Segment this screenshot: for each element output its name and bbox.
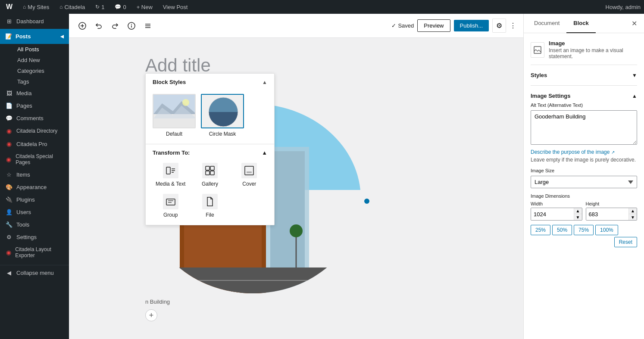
reset-dimensions-button[interactable]: Reset <box>614 237 637 247</box>
styles-section-header[interactable]: Styles ▼ <box>531 68 637 82</box>
my-sites-link[interactable]: ⌂ My Sites <box>20 0 52 14</box>
view-post-link[interactable]: View Post <box>160 0 191 14</box>
block-styles-chevron: ▲ <box>262 79 267 85</box>
wp-logo[interactable]: W <box>3 0 15 14</box>
comment-icon: 💬 <box>115 4 121 10</box>
list-view-button[interactable] <box>141 19 154 32</box>
image-caption[interactable]: n Building <box>145 299 447 305</box>
svg-rect-33 <box>206 171 209 175</box>
redo-button[interactable] <box>109 19 122 32</box>
block-icon-image <box>531 42 544 58</box>
percent-100-button[interactable]: 100% <box>595 225 618 235</box>
sidebar-item-plugins[interactable]: 🔌 Plugins <box>0 193 69 206</box>
tools-icon: 🔧 <box>5 221 13 228</box>
sidebar-item-pages[interactable]: 📄 Pages <box>0 100 69 112</box>
users-icon: 👤 <box>5 209 13 215</box>
post-title[interactable]: Add title <box>128 55 464 76</box>
info-button[interactable] <box>125 19 138 32</box>
editor-area: ✓ Saved Preview Publish... ⚙ ⋮ Add title <box>69 14 523 339</box>
settings-toggle-button[interactable]: ⚙ <box>492 19 506 33</box>
editor-toolbar: ✓ Saved Preview Publish... ⚙ ⋮ <box>69 14 523 38</box>
cover-icon <box>241 163 257 178</box>
percent-50-button[interactable]: 50% <box>552 225 572 235</box>
sidebar-item-citadela-layout[interactable]: ◉ Citadela Layout Exporter <box>0 243 69 261</box>
citadela-link[interactable]: ⌂ Citadela <box>57 0 88 14</box>
transform-gallery[interactable]: Gallery <box>192 161 228 189</box>
sidebar-item-add-new[interactable]: Add New <box>12 55 69 65</box>
panel-block-info: Image Insert an image to make a visual s… <box>549 40 637 59</box>
updates-link[interactable]: ↻ 1 <box>93 0 107 14</box>
sidebar-item-media[interactable]: 🖼 Media <box>0 87 69 100</box>
sidebar-item-citadela-directory[interactable]: ◉ Citadela Directory <box>0 124 69 137</box>
transform-grid: Media & Text Gallery <box>153 161 267 220</box>
sidebar-collapse-menu[interactable]: ◀ Collapse menu <box>0 265 69 279</box>
sidebar-item-appearance[interactable]: 🎨 Appearance <box>0 181 69 193</box>
width-spinners: ▲ ▼ <box>574 208 582 220</box>
comments-icon: 💬 <box>5 115 13 121</box>
file-icon <box>202 194 218 209</box>
posts-icon: 📝 <box>5 33 12 40</box>
alt-text-note: Leave empty if the image is purely decor… <box>531 157 637 163</box>
transform-to-header[interactable]: Transform To: ▲ <box>153 149 267 156</box>
image-settings-header[interactable]: Image Settings ▲ <box>531 89 637 103</box>
tab-document[interactable]: Document <box>527 14 566 33</box>
preview-button[interactable]: Preview <box>417 19 450 32</box>
transform-media-text[interactable]: Media & Text <box>153 161 188 189</box>
add-block-below-button[interactable]: + <box>145 309 157 321</box>
transform-group[interactable]: Group <box>153 192 188 220</box>
add-block-button[interactable] <box>76 19 89 32</box>
publish-button[interactable]: Publish... <box>454 20 489 31</box>
width-down-button[interactable]: ▼ <box>574 214 582 220</box>
sidebar-item-tags[interactable]: Tags <box>12 76 69 87</box>
block-styles-header[interactable]: Block Styles ▲ <box>146 74 274 90</box>
sidebar-item-categories[interactable]: Categories <box>12 65 69 76</box>
sidebar-item-settings[interactable]: ⚙ Settings <box>0 231 69 243</box>
wp-logo-icon: W <box>6 3 13 11</box>
width-input[interactable] <box>531 208 574 220</box>
alt-text-purpose-link[interactable]: Describe the purpose of the image ↗ <box>531 149 637 155</box>
sidebar-item-users[interactable]: 👤 Users <box>0 206 69 218</box>
height-down-button[interactable]: ▼ <box>629 214 637 220</box>
sidebar-item-dashboard[interactable]: ⊞ Dashboard <box>0 14 69 29</box>
pages-icon: 📄 <box>5 103 13 109</box>
comments-link[interactable]: 💬 0 <box>112 0 128 14</box>
sidebar-item-items[interactable]: ☆ Items <box>0 168 69 181</box>
sidebar-item-comments[interactable]: 💬 Comments <box>0 112 69 124</box>
site-icon: ⌂ <box>59 4 63 10</box>
width-up-button[interactable]: ▲ <box>574 208 582 214</box>
sidebar-item-citadela-special[interactable]: ◉ Citadela Special Pages <box>0 150 69 168</box>
alt-text-input[interactable]: Gooderham Building <box>531 110 637 145</box>
percent-75-button[interactable]: 75% <box>574 225 594 235</box>
style-option-default[interactable]: Default <box>153 94 196 137</box>
image-size-select[interactable]: Large Medium Small Full Size Thumbnail <box>531 176 637 188</box>
sidebar-item-tools[interactable]: 🔧 Tools <box>0 218 69 231</box>
height-input[interactable] <box>586 208 629 220</box>
undo-button[interactable] <box>92 19 105 32</box>
update-icon: ↻ <box>95 4 100 10</box>
right-panel-tabs: Document Block ✕ <box>524 14 644 33</box>
percent-25-button[interactable]: 25% <box>531 225 550 235</box>
transform-cover[interactable]: Cover <box>231 161 267 189</box>
new-link[interactable]: + New <box>134 0 155 14</box>
height-up-button[interactable]: ▲ <box>629 208 637 214</box>
dimensions-row: Width ▲ ▼ H <box>531 201 637 221</box>
editor-inner: Add title ⋮ <box>128 38 464 339</box>
drag-handle[interactable] <box>364 199 369 204</box>
more-options-button[interactable]: ⋮ <box>510 22 516 30</box>
sidebar-item-citadela-pro[interactable]: ◉ Citadela Pro <box>0 137 69 150</box>
panel-block-header: Image Insert an image to make a visual s… <box>531 40 637 59</box>
posts-submenu: All Posts Add New Categories Tags <box>0 44 69 87</box>
tab-block[interactable]: Block <box>566 14 595 33</box>
add-block-area: + <box>128 305 464 331</box>
style-option-circle-mask[interactable]: Circle Mask <box>201 94 244 137</box>
transform-file[interactable]: File <box>192 192 228 220</box>
block-description: Insert an image to make a visual stateme… <box>549 47 637 59</box>
sidebar-item-posts[interactable]: 📝 Posts ◀ <box>0 29 69 44</box>
styles-chevron: ▼ <box>632 72 637 78</box>
citadela-layout-icon: ◉ <box>5 249 12 256</box>
image-size-field: Image Size Large Medium Small Full Size … <box>531 168 637 188</box>
image-dimensions-label: Image Dimensions <box>531 193 637 199</box>
sidebar-item-all-posts[interactable]: All Posts <box>12 44 69 55</box>
right-panel-close-button[interactable]: ✕ <box>628 14 641 33</box>
block-styles-grid: Default <box>146 90 274 144</box>
